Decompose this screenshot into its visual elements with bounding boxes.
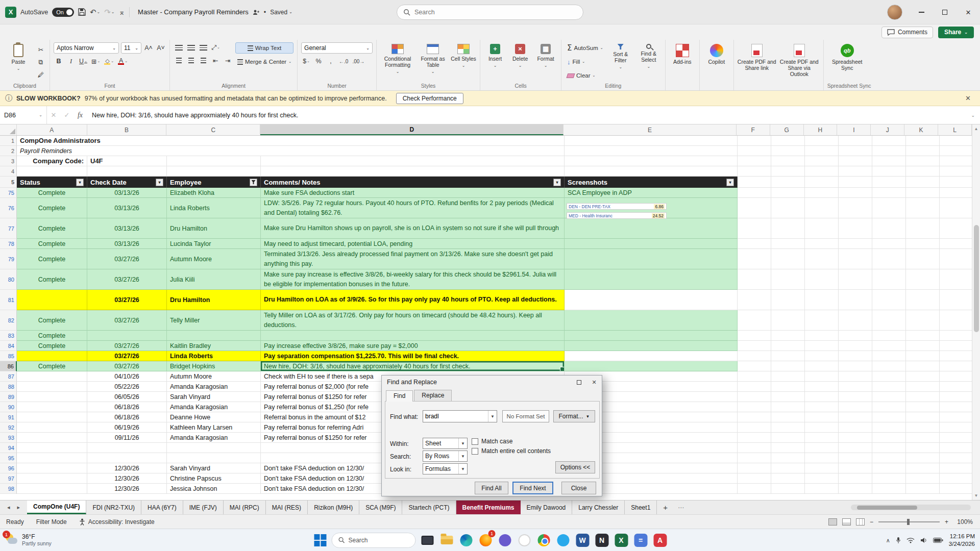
row-number[interactable]: 75: [0, 188, 17, 198]
row-number[interactable]: 87: [0, 371, 17, 382]
user-avatar[interactable]: [887, 5, 902, 20]
tab-find[interactable]: Find: [386, 390, 413, 402]
row-number[interactable]: 90: [0, 402, 17, 412]
sort-filter-button[interactable]: Sort & Filter⌄: [608, 42, 633, 69]
column-header[interactable]: A: [17, 124, 87, 135]
cell-employee[interactable]: Amanda Karagosian: [167, 433, 261, 443]
cell-employee[interactable]: [167, 453, 261, 463]
row-number[interactable]: 81: [0, 290, 17, 310]
sheet-tab[interactable]: Larry Chessler: [572, 500, 625, 514]
cell-check-date[interactable]: [87, 443, 167, 453]
redo-button[interactable]: ↷⌄: [104, 8, 114, 17]
empty-cells[interactable]: [738, 463, 972, 473]
bold-button[interactable]: B: [54, 56, 64, 66]
cell-check-date[interactable]: 05/22/26: [87, 382, 167, 392]
row-number[interactable]: 4: [0, 166, 17, 177]
empty-cells[interactable]: [738, 361, 972, 371]
cell-employee[interactable]: Bridget Hopkins: [167, 361, 261, 371]
pdf-share-link-button[interactable]: Create PDF and Share link: [738, 42, 776, 71]
format-button[interactable]: Format...▼: [553, 410, 595, 422]
cell-check-date[interactable]: 06/18/26: [87, 412, 167, 422]
filter-dropdown-icon[interactable]: ▾: [76, 179, 84, 186]
embedded-screenshot-thumbnails[interactable]: DEN - DEN PRE-TAX 6.86 MED - Health Insu…: [567, 203, 667, 221]
column-header[interactable]: K: [904, 124, 938, 135]
cell-employee[interactable]: Kathleen Mary Larsen: [167, 422, 261, 433]
comments-button[interactable]: Comments: [881, 27, 933, 38]
cell-employee[interactable]: Julia Kiili: [167, 269, 261, 290]
sheet-title[interactable]: CompOne Administrators: [17, 136, 261, 146]
options-button[interactable]: Options <<: [555, 461, 595, 473]
cell-employee[interactable]: Jessica Johnson: [167, 484, 261, 494]
empty-cells[interactable]: [738, 249, 972, 269]
italic-button[interactable]: I: [66, 56, 76, 66]
align-left-button[interactable]: [174, 55, 184, 65]
row-number[interactable]: 76: [0, 198, 17, 218]
cell-screenshots[interactable]: [565, 351, 738, 361]
cell-screenshots[interactable]: [565, 361, 738, 371]
header-screenshots[interactable]: Screenshots▾: [565, 177, 738, 188]
empty-cells[interactable]: [738, 443, 972, 453]
align-top-button[interactable]: [174, 42, 184, 53]
cell-check-date[interactable]: [87, 331, 167, 341]
format-cells-button[interactable]: ▦ Format⌄: [534, 42, 557, 68]
cell-status[interactable]: Complete: [17, 188, 87, 198]
share-button[interactable]: Share⌄: [938, 27, 974, 38]
zoom-in-button[interactable]: +: [945, 518, 948, 525]
cell-status[interactable]: [17, 371, 87, 382]
formula-text[interactable]: New hire, DOH: 3/16, should have approxm…: [87, 112, 298, 119]
empty-cells[interactable]: [738, 484, 972, 494]
cell-status[interactable]: Complete: [17, 341, 87, 351]
battery-icon[interactable]: [933, 538, 943, 543]
find-select-button[interactable]: Find & Select⌄: [636, 42, 662, 69]
cell-check-date[interactable]: 09/11/26: [87, 433, 167, 443]
column-header[interactable]: C: [166, 124, 260, 135]
cell-check-date[interactable]: 06/05/26: [87, 392, 167, 402]
cell-check-date[interactable]: 03/27/26: [87, 361, 167, 371]
percent-format-button[interactable]: %: [313, 56, 324, 66]
row-number[interactable]: 84: [0, 341, 17, 351]
zoom-slider[interactable]: [878, 521, 940, 522]
taskbar-app-icon[interactable]: N: [594, 532, 610, 548]
cell-status[interactable]: Complete: [17, 239, 87, 249]
row-number[interactable]: 96: [0, 463, 17, 473]
cell-comments[interactable]: Pay separation compensation $1,225.70. T…: [261, 351, 565, 361]
insert-function-icon[interactable]: fx: [74, 111, 87, 119]
cut-button[interactable]: ✂: [36, 44, 46, 55]
empty-cells[interactable]: [738, 290, 972, 310]
start-button[interactable]: [312, 532, 328, 548]
sheet-tab[interactable]: MAI (RPC): [224, 500, 266, 514]
column-header[interactable]: I: [837, 124, 871, 135]
cell-screenshots[interactable]: [565, 290, 738, 310]
sheet-subtitle[interactable]: Payroll Reminders: [17, 146, 261, 156]
within-select[interactable]: Sheet▼: [423, 438, 468, 449]
cell-status[interactable]: [17, 402, 87, 412]
taskbar-app-icon[interactable]: [420, 532, 435, 548]
cell-employee[interactable]: Dru Hamilton: [167, 218, 261, 239]
cell-comments[interactable]: LDW: 3/5/26. Pay 72 regular hours. Payou…: [261, 198, 565, 218]
empty-cells[interactable]: [738, 188, 972, 198]
empty-cells[interactable]: [738, 331, 972, 341]
cell-check-date[interactable]: 03/27/26: [87, 290, 167, 310]
cell-check-date[interactable]: 06/18/26: [87, 402, 167, 412]
wifi-icon[interactable]: [906, 537, 915, 543]
row-number[interactable]: 5: [0, 177, 17, 188]
cell-check-date[interactable]: 12/30/26: [87, 473, 167, 484]
cell-comments[interactable]: May need to adjust timecard, potential L…: [261, 239, 565, 249]
sheet-tab[interactable]: HAA (6Y7): [141, 500, 183, 514]
decrease-decimal-button[interactable]: .00→: [351, 56, 365, 66]
cell-status[interactable]: [17, 382, 87, 392]
sheet-tab[interactable]: Benefit Premiums: [456, 500, 521, 514]
cell-screenshots[interactable]: [565, 310, 738, 331]
scrollbar-thumb[interactable]: [974, 225, 979, 332]
addins-button[interactable]: Add-ins: [669, 42, 696, 65]
autosave-toggle[interactable]: On: [52, 8, 74, 17]
company-code-label[interactable]: Company Code:: [17, 156, 87, 166]
header-comments[interactable]: Comments/ Notes▾: [261, 177, 565, 188]
row-number[interactable]: 78: [0, 239, 17, 249]
cell-screenshots[interactable]: [565, 249, 738, 269]
normal-view-button[interactable]: [828, 518, 837, 525]
weather-widget[interactable]: 1 36°F Partly sunny: [0, 533, 52, 547]
taskbar-app-icon[interactable]: W: [575, 532, 591, 548]
row-number[interactable]: 89: [0, 392, 17, 402]
taskbar-app-icon[interactable]: [517, 532, 532, 548]
